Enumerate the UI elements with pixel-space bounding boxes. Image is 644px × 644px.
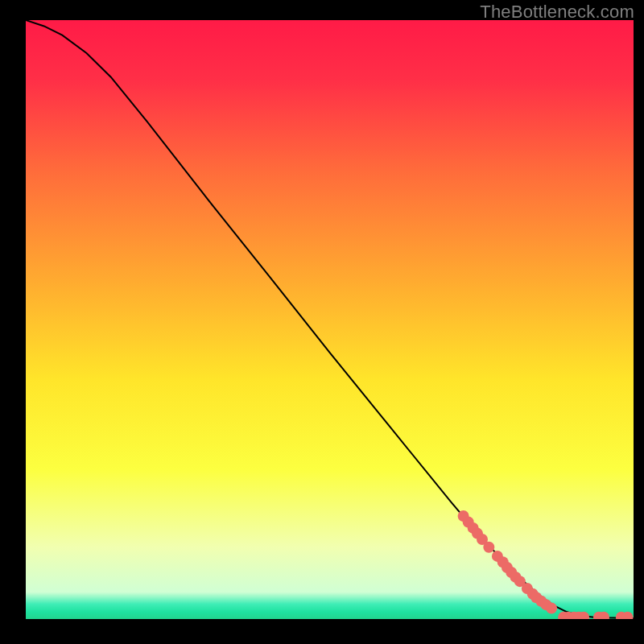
data-marker <box>483 542 494 553</box>
chart-plot <box>26 20 634 619</box>
data-marker <box>546 603 557 614</box>
gradient-rect <box>26 20 634 619</box>
chart-stage: TheBottleneck.com <box>0 0 644 644</box>
chart-svg <box>26 20 634 619</box>
